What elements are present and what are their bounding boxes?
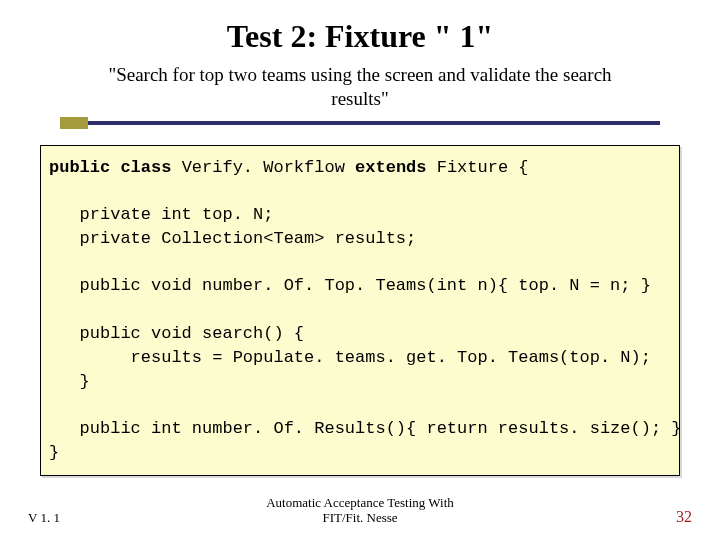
- code-text: Verify. Workflow: [171, 158, 355, 177]
- rule-accent-box: [60, 117, 88, 129]
- code-text: Fixture {: [427, 158, 529, 177]
- code-keyword: class: [110, 158, 171, 177]
- code-line: private Collection<Team> results;: [49, 229, 416, 248]
- code-keyword: public: [49, 158, 110, 177]
- rule-line: [60, 121, 660, 125]
- slide-title: Test 2: Fixture " 1": [40, 18, 680, 55]
- code-block: public class Verify. Workflow extends Fi…: [40, 145, 680, 476]
- footer-center-line1: Automatic Acceptance Testing With: [266, 495, 454, 510]
- slide-subtitle: "Search for top two teams using the scre…: [100, 63, 620, 111]
- footer-center: Automatic Acceptance Testing With FIT/Fi…: [0, 495, 720, 526]
- code-line: private int top. N;: [49, 205, 273, 224]
- code-line: public void search() {: [49, 324, 304, 343]
- footer-page-number: 32: [676, 508, 692, 526]
- title-rule: [60, 121, 660, 127]
- footer-center-line2: FIT/Fit. Nesse: [322, 510, 397, 525]
- code-line: results = Populate. teams. get. Top. Tea…: [49, 348, 651, 367]
- slide: Test 2: Fixture " 1" "Search for top two…: [0, 0, 720, 540]
- code-line: public int number. Of. Results(){ return…: [49, 419, 680, 438]
- code-line: }: [49, 443, 59, 462]
- code-keyword: extends: [355, 158, 426, 177]
- code-line: }: [49, 372, 90, 391]
- code-line: public void number. Of. Top. Teams(int n…: [49, 276, 651, 295]
